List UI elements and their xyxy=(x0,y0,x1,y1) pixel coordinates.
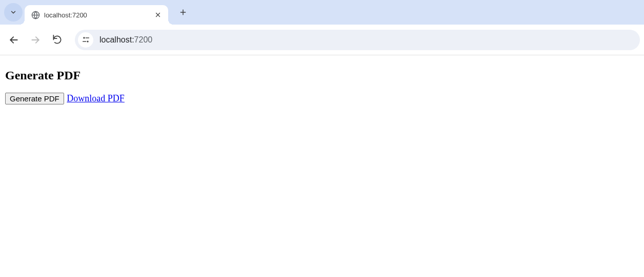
plus-icon xyxy=(179,9,187,16)
arrow-right-icon xyxy=(30,35,41,45)
url-text: localhost:7200 xyxy=(99,35,152,45)
tune-icon xyxy=(82,35,90,44)
tab-close-button[interactable] xyxy=(154,11,162,19)
globe-icon xyxy=(31,10,40,19)
svg-point-8 xyxy=(83,37,85,38)
download-pdf-link[interactable]: Download PDF xyxy=(67,93,125,103)
back-button[interactable] xyxy=(4,30,24,50)
close-icon xyxy=(155,12,161,18)
reload-button[interactable] xyxy=(47,30,67,50)
forward-button[interactable] xyxy=(26,30,45,50)
browser-tab-strip: localhost:7200 xyxy=(0,0,644,25)
svg-point-10 xyxy=(87,40,88,42)
page-content: Generate PDF Generate PDF Download PDF xyxy=(0,55,644,114)
chevron-down-icon xyxy=(10,9,17,16)
browser-toolbar: localhost:7200 xyxy=(0,25,644,55)
page-heading: Generate PDF xyxy=(5,69,639,82)
controls-row: Generate PDF Download PDF xyxy=(5,93,639,104)
arrow-left-icon xyxy=(9,35,19,45)
svg-rect-9 xyxy=(85,37,89,38)
browser-tab[interactable]: localhost:7200 xyxy=(25,5,168,25)
tab-title: localhost:7200 xyxy=(44,11,154,19)
svg-rect-11 xyxy=(83,41,86,41)
reload-icon xyxy=(52,35,62,45)
tab-search-button[interactable] xyxy=(4,3,23,22)
address-bar[interactable]: localhost:7200 xyxy=(75,30,640,50)
generate-pdf-button[interactable]: Generate PDF xyxy=(5,93,64,104)
new-tab-button[interactable] xyxy=(175,5,191,20)
site-settings-button[interactable] xyxy=(78,32,93,48)
